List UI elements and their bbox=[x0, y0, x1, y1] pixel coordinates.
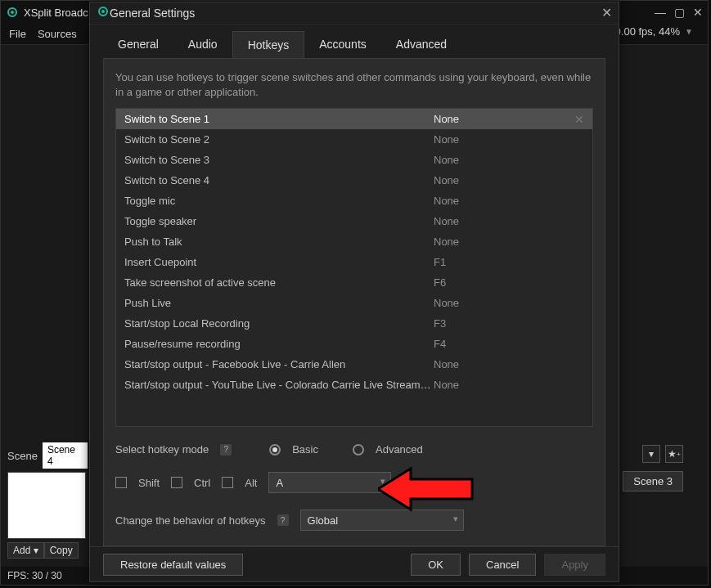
tab-audio[interactable]: Audio bbox=[173, 31, 232, 58]
maximize-icon[interactable]: ▢ bbox=[674, 6, 685, 19]
hotkey-value: None bbox=[434, 215, 574, 227]
tab-hotkeys[interactable]: Hotkeys bbox=[232, 31, 305, 58]
scene-label: Scene bbox=[7, 450, 38, 462]
hotkey-name: Toggle speaker bbox=[124, 215, 434, 227]
modifiers-row: Shift Ctrl Alt A bbox=[115, 472, 593, 493]
hotkey-name: Start/stop output - YouTube Live - Color… bbox=[124, 379, 434, 391]
apply-button: Apply bbox=[544, 554, 605, 576]
dialog-footer: Restore default values OK Cancel Apply bbox=[90, 546, 619, 581]
dialog-close-icon[interactable]: ✕ bbox=[601, 5, 612, 20]
hotkey-name: Start/stop Local Recording bbox=[124, 317, 434, 330]
minimize-icon[interactable]: — bbox=[655, 6, 666, 19]
ok-button[interactable]: OK bbox=[411, 554, 461, 576]
hotkey-row[interactable]: Push to TalkNone✕ bbox=[116, 231, 592, 252]
hotkey-row[interactable]: Insert CuepointF1✕ bbox=[116, 252, 592, 272]
tab-general[interactable]: General bbox=[103, 31, 173, 58]
hotkey-name: Push Live bbox=[124, 297, 434, 309]
hotkey-value: None bbox=[434, 174, 574, 186]
label-shift[interactable]: Shift bbox=[138, 477, 160, 489]
hotkey-name: Push to Talk bbox=[124, 236, 434, 248]
restore-defaults-button[interactable]: Restore default values bbox=[103, 554, 243, 576]
hotkey-name: Switch to Scene 4 bbox=[124, 174, 434, 186]
key-select[interactable]: A bbox=[268, 472, 391, 493]
menu-file[interactable]: File bbox=[9, 28, 26, 40]
radio-basic[interactable] bbox=[269, 444, 281, 456]
help-icon-2[interactable]: ? bbox=[277, 514, 289, 526]
app-icon bbox=[6, 6, 19, 19]
copy-button[interactable]: Copy bbox=[44, 542, 79, 559]
hotkey-value: None bbox=[434, 358, 574, 370]
hotkey-row[interactable]: Start/stop output - YouTube Live - Color… bbox=[116, 375, 592, 395]
clear-hotkey-icon[interactable]: ✕ bbox=[574, 113, 584, 126]
hotkey-value: None bbox=[434, 236, 574, 248]
cancel-button[interactable]: Cancel bbox=[469, 554, 536, 576]
fps-value: 30 / 30 bbox=[32, 570, 62, 581]
hotkey-name: Pause/resume recording bbox=[124, 338, 434, 350]
hotkey-value: None bbox=[434, 154, 574, 166]
hotkey-row[interactable]: Start/stop output - Facebook Live - Carr… bbox=[116, 354, 592, 375]
hotkey-value: None bbox=[434, 379, 574, 391]
hotkey-row[interactable]: Start/stop Local RecordingF3✕ bbox=[116, 313, 592, 334]
checkbox-shift[interactable] bbox=[115, 477, 127, 488]
hotkeys-description: You can use hotkeys to trigger scene swi… bbox=[115, 70, 593, 100]
right-toolbar: ▾ ★+ bbox=[642, 445, 683, 463]
svg-point-1 bbox=[11, 11, 14, 14]
hotkey-value: None bbox=[434, 133, 574, 146]
hotkey-value: None bbox=[434, 113, 574, 125]
star-add-icon[interactable]: ★+ bbox=[665, 445, 683, 463]
hotkey-name: Start/stop output - Facebook Live - Carr… bbox=[124, 358, 434, 370]
help-icon[interactable]: ? bbox=[220, 444, 232, 456]
checkbox-alt[interactable] bbox=[222, 477, 233, 488]
fps-status: 0.00 fps, 44% bbox=[615, 25, 681, 38]
hotkey-name: Switch to Scene 1 bbox=[124, 113, 434, 125]
checkbox-ctrl[interactable] bbox=[171, 477, 182, 488]
label-ctrl[interactable]: Ctrl bbox=[194, 477, 210, 489]
hotkey-row[interactable]: Pause/resume recordingF4✕ bbox=[116, 334, 592, 354]
close-icon[interactable]: ✕ bbox=[693, 6, 703, 19]
behavior-label: Change the behavior of hotkeys bbox=[115, 514, 266, 527]
select-mode-label: Select hotkey mode bbox=[115, 443, 209, 456]
fps-label: FPS: bbox=[7, 570, 29, 581]
radio-basic-label[interactable]: Basic bbox=[292, 443, 318, 456]
hotkey-row[interactable]: Switch to Scene 1None✕ bbox=[116, 109, 592, 129]
scene-panel: Scene Scene 4 Add ▾ Copy bbox=[7, 442, 88, 559]
hotkey-name: Take screenshot of active scene bbox=[124, 276, 434, 289]
hotkey-value: F3 bbox=[434, 317, 574, 330]
scene3-button[interactable]: Scene 3 bbox=[623, 471, 683, 491]
hotkey-name: Toggle mic bbox=[124, 195, 434, 207]
mode-row: Select hotkey mode ? Basic Advanced bbox=[115, 443, 593, 456]
main-title: XSplit Broadc bbox=[24, 7, 88, 19]
radio-advanced[interactable] bbox=[353, 444, 364, 456]
scene-tab-active[interactable]: Scene 4 bbox=[43, 442, 88, 469]
label-alt[interactable]: Alt bbox=[245, 477, 257, 489]
hotkey-row[interactable]: Toggle speakerNone✕ bbox=[116, 211, 592, 231]
hotkey-row[interactable]: Switch to Scene 4None✕ bbox=[116, 170, 592, 191]
hotkey-name: Insert Cuepoint bbox=[124, 256, 434, 268]
behavior-select[interactable]: Global bbox=[300, 509, 464, 531]
menu-sources[interactable]: Sources bbox=[38, 28, 77, 40]
tab-accounts[interactable]: Accounts bbox=[304, 31, 381, 58]
hotkey-row[interactable]: Push LiveNone✕ bbox=[116, 293, 592, 313]
dropdown-icon[interactable]: ▾ bbox=[642, 445, 660, 463]
hotkey-name: Switch to Scene 3 bbox=[124, 154, 434, 166]
hotkey-row[interactable]: Switch to Scene 2None✕ bbox=[116, 129, 592, 150]
hotkey-value: F4 bbox=[434, 338, 574, 350]
radio-advanced-label[interactable]: Advanced bbox=[376, 443, 423, 456]
dialog-titlebar: General Settings ✕ bbox=[90, 2, 619, 25]
hotkey-value: F6 bbox=[434, 276, 574, 289]
hotkey-list[interactable]: Switch to Scene 1None✕Switch to Scene 2N… bbox=[115, 108, 593, 427]
dialog-app-icon bbox=[97, 5, 110, 20]
top-status: 0.00 fps, 44% ▼ bbox=[615, 25, 693, 38]
chevron-down-icon[interactable]: ▼ bbox=[685, 27, 693, 36]
hotkey-row[interactable]: Toggle micNone✕ bbox=[116, 191, 592, 211]
tab-body: You can use hotkeys to trigger scene swi… bbox=[103, 58, 605, 546]
hotkey-row[interactable]: Take screenshot of active sceneF6✕ bbox=[116, 272, 592, 293]
dialog-title: General Settings bbox=[110, 7, 195, 20]
tab-advanced[interactable]: Advanced bbox=[381, 31, 461, 58]
hotkey-row[interactable]: Switch to Scene 3None✕ bbox=[116, 150, 592, 170]
behavior-row: Change the behavior of hotkeys ? Global bbox=[115, 509, 593, 531]
add-button[interactable]: Add ▾ bbox=[7, 542, 44, 559]
settings-dialog: General Settings ✕ General Audio Hotkeys… bbox=[89, 2, 619, 582]
scene-preview[interactable] bbox=[7, 472, 86, 539]
hotkey-value: None bbox=[434, 297, 574, 309]
